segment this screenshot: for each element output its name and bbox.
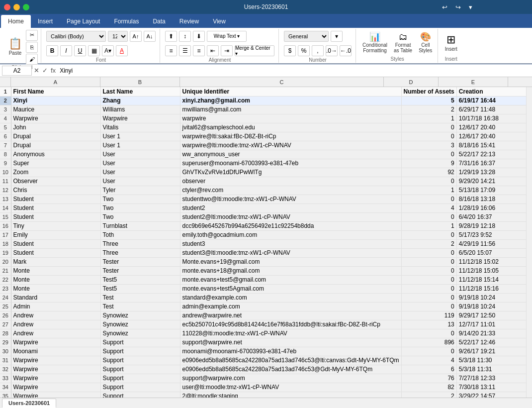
cell-creation-23[interactable]: 11/12/18 15:16 bbox=[456, 284, 526, 293]
cell-identifier-6[interactable]: warpwire@lti:sakai:fBc-D8Z-Bt-riCp bbox=[180, 132, 401, 141]
cell-identifier-15[interactable]: student2@lti:moodle:tmz-xW1-cP-WNAV bbox=[180, 212, 401, 221]
cell-reference-box[interactable]: A2 bbox=[2, 66, 32, 76]
cell-identifier-24[interactable]: standard@example.com bbox=[180, 293, 401, 302]
cell-assets-4[interactable]: 1 bbox=[401, 114, 456, 123]
cell-creation-12[interactable]: 5/13/18 17:09 bbox=[456, 186, 526, 195]
cell-firstname-17[interactable]: Emily bbox=[11, 230, 100, 239]
redo-icon[interactable]: ↪ bbox=[455, 3, 461, 11]
cell-styles-button[interactable]: 🎨 CellStyles bbox=[416, 31, 435, 54]
cell-identifier-14[interactable]: student2 bbox=[180, 204, 401, 212]
cell-assets-14[interactable]: 4 bbox=[401, 204, 456, 212]
cell-assets-10[interactable]: 92 bbox=[401, 168, 456, 177]
cell-creation-21[interactable]: 11/12/18 15:05 bbox=[456, 266, 526, 275]
formula-input[interactable] bbox=[58, 66, 530, 76]
cell-identifier-18[interactable]: student3 bbox=[180, 239, 401, 248]
cell-identifier-16[interactable]: dcc9b69e645267b994a6256492e11c92254b8dda bbox=[180, 221, 401, 230]
cell-firstname-13[interactable]: Student bbox=[11, 195, 100, 204]
font-size-select[interactable]: 12 bbox=[108, 31, 128, 42]
cell-creation-22[interactable]: 11/12/18 15:14 bbox=[456, 275, 526, 284]
table-row[interactable]: 6 Drupal User 1 warpwire@lti:sakai:fBc-D… bbox=[0, 132, 526, 141]
cell-identifier-19[interactable]: student3@lti:moodle:tmz-xW1-cP-WNAV bbox=[180, 248, 401, 257]
cell-firstname-24[interactable]: Standard bbox=[11, 293, 100, 302]
cell-assets-26[interactable]: 119 bbox=[401, 311, 456, 320]
cell-identifier-13[interactable]: studenttwo@lti:moodle:tmz-xW1-cP-WNAV bbox=[180, 195, 401, 204]
cell-assets-5[interactable]: 0 bbox=[401, 123, 456, 132]
cell-firstname-10[interactable]: Zoom bbox=[11, 168, 100, 177]
cell-creation-15[interactable]: 6/4/20 16:37 bbox=[456, 212, 526, 221]
cell-lastname-9[interactable]: User bbox=[100, 159, 180, 168]
table-row[interactable]: 3 Maurice Williams mwilliams@gmail.com 2… bbox=[0, 105, 526, 114]
cell-creation-35[interactable]: 3/29/22 14:57 bbox=[456, 392, 526, 398]
conditional-formatting-button[interactable]: 📊 ConditionalFormatting bbox=[360, 31, 390, 54]
cell-identifier-34[interactable]: user@lti:moodle:tmz-xW1-cP-WNAV bbox=[180, 383, 401, 392]
cell-lastname-21[interactable]: Tester bbox=[100, 266, 180, 275]
table-row[interactable]: 26 Andrew Synowiez andrew@warpwire.net 1… bbox=[0, 311, 526, 320]
table-row[interactable]: 19 Student Three student3@lti:moodle:tmz… bbox=[0, 248, 526, 257]
cell-identifier-25[interactable]: admin@example.com bbox=[180, 302, 401, 311]
confirm-formula-icon[interactable]: ✓ bbox=[42, 67, 48, 74]
table-row[interactable]: 24 Standard Test standard@example.com 0 … bbox=[0, 293, 526, 302]
cell-creation-11[interactable]: 9/29/20 14:21 bbox=[456, 177, 526, 186]
col-header-b[interactable]: B bbox=[100, 77, 180, 87]
cell-creation-18[interactable]: 4/29/19 11:56 bbox=[456, 239, 526, 248]
cell-firstname-4[interactable]: Warpwire bbox=[11, 114, 100, 123]
table-row[interactable]: 29 Warpwire Support support@warpwire.net… bbox=[0, 338, 526, 347]
cell-assets-33[interactable]: 76 bbox=[401, 374, 456, 383]
align-top-button[interactable]: ⬆ bbox=[165, 31, 177, 42]
tab-data[interactable]: Data bbox=[146, 15, 172, 28]
decimal-increase-button[interactable]: .0→ bbox=[326, 45, 338, 56]
copy-button[interactable]: ⎘ bbox=[26, 42, 38, 53]
cell-firstname-11[interactable]: Observer bbox=[11, 177, 100, 186]
cell-firstname-20[interactable]: Mark bbox=[11, 257, 100, 266]
cell-assets-2[interactable]: 5 bbox=[401, 96, 456, 105]
cell-assets-15[interactable]: 0 bbox=[401, 212, 456, 221]
table-row[interactable]: 16 Tiny Turnblast dcc9b69e645267b994a625… bbox=[0, 221, 526, 230]
cell-firstname-35[interactable]: Warpwire bbox=[11, 392, 100, 398]
cell-assets-11[interactable]: 0 bbox=[401, 177, 456, 186]
cell-lastname-16[interactable]: Turnblast bbox=[100, 221, 180, 230]
cell-identifier-8[interactable]: ww_anonymous_user bbox=[180, 150, 401, 159]
maximize-button[interactable] bbox=[23, 4, 29, 10]
cell-firstname-28[interactable]: Andrew bbox=[11, 329, 100, 338]
cell-lastname-26[interactable]: Synowiez bbox=[100, 311, 180, 320]
table-row[interactable]: 32 Warpwire Support e0906edd5b8a85685ca2… bbox=[0, 365, 526, 374]
cell-creation-6[interactable]: 12/6/17 20:40 bbox=[456, 132, 526, 141]
cell-lastname-19[interactable]: Three bbox=[100, 248, 180, 257]
table-row[interactable]: 10 Zoom User GhVTKvZvRVe1dDfUPwWlTg 92 1… bbox=[0, 168, 526, 177]
italic-button[interactable]: I bbox=[60, 45, 72, 56]
cell-creation-7[interactable]: 8/18/16 15:41 bbox=[456, 141, 526, 150]
cell-creation-20[interactable]: 11/12/18 15:02 bbox=[456, 257, 526, 266]
align-center-button[interactable]: ☰ bbox=[179, 45, 191, 56]
cell-assets-32[interactable]: 6 bbox=[401, 365, 456, 374]
cell-assets-6[interactable]: 0 bbox=[401, 132, 456, 141]
cell-firstname-22[interactable]: Monte bbox=[11, 275, 100, 284]
cell-assets-24[interactable]: 0 bbox=[401, 293, 456, 302]
cell-creation-2[interactable]: 6/19/17 16:44 bbox=[456, 96, 526, 105]
cell-assets-30[interactable]: 0 bbox=[401, 347, 456, 356]
header-identifier[interactable]: Unique Identifier bbox=[180, 87, 401, 96]
cell-creation-34[interactable]: 7/30/18 13:11 bbox=[456, 383, 526, 392]
table-row[interactable]: 34 Warpwire Support user@lti:moodle:tmz-… bbox=[0, 383, 526, 392]
col-header-d[interactable]: D bbox=[384, 77, 439, 87]
table-row[interactable]: 33 Warpwire Support support@warpwire.com… bbox=[0, 374, 526, 383]
cell-assets-35[interactable]: 2 bbox=[401, 392, 456, 398]
cell-firstname-12[interactable]: Chris bbox=[11, 186, 100, 195]
cell-lastname-27[interactable]: Synowiez bbox=[100, 320, 180, 329]
table-row[interactable]: 12 Chris Tyler ctyler@rev.com 1 5/13/18 … bbox=[0, 186, 526, 195]
cell-firstname-31[interactable]: Warpwire bbox=[11, 356, 100, 365]
cell-firstname-15[interactable]: Student bbox=[11, 212, 100, 221]
cell-creation-30[interactable]: 9/26/17 19:21 bbox=[456, 347, 526, 356]
table-row[interactable]: 13 Student Two studenttwo@lti:moodle:tmz… bbox=[0, 195, 526, 204]
cell-firstname-32[interactable]: Warpwire bbox=[11, 365, 100, 374]
cell-identifier-2[interactable]: xinyi.zhang@gmail.com bbox=[180, 96, 401, 105]
cell-lastname-29[interactable]: Support bbox=[100, 338, 180, 347]
cell-creation-14[interactable]: 1/28/19 16:06 bbox=[456, 204, 526, 212]
tab-page-layout[interactable]: Page Layout bbox=[60, 15, 107, 28]
cell-assets-23[interactable]: 0 bbox=[401, 284, 456, 293]
cell-lastname-13[interactable]: Two bbox=[100, 195, 180, 204]
decrease-font-button[interactable]: A↓ bbox=[144, 31, 156, 42]
cell-identifier-22[interactable]: monte.evans+test5@gmail.com bbox=[180, 275, 401, 284]
cell-creation-9[interactable]: 7/31/16 16:37 bbox=[456, 159, 526, 168]
table-row[interactable]: 5 John Vitalis jvital62@sampleschool.edu… bbox=[0, 123, 526, 132]
cell-assets-21[interactable]: 0 bbox=[401, 266, 456, 275]
